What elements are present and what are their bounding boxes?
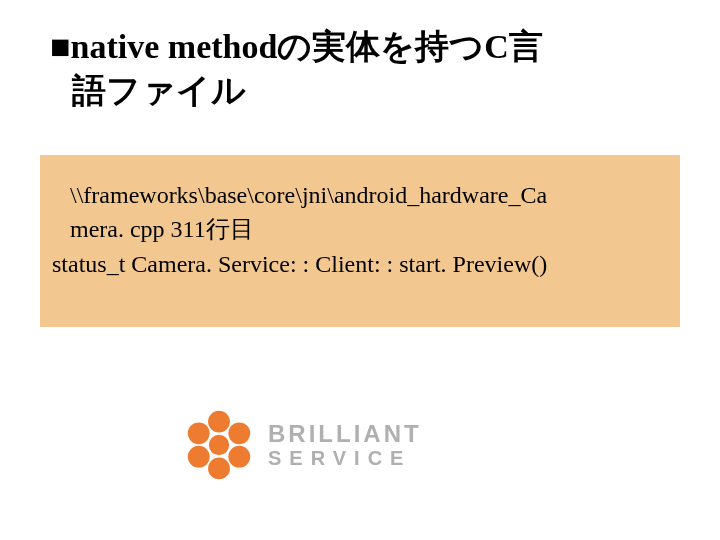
svg-point-2 xyxy=(228,446,250,468)
code-box: \\frameworks\base\core\jni\android_hardw… xyxy=(40,155,680,327)
svg-point-5 xyxy=(188,422,210,444)
svg-point-4 xyxy=(188,446,210,468)
code-path-line-1: \\frameworks\base\core\jni\android_hardw… xyxy=(70,179,668,211)
logo-mark-icon xyxy=(180,406,258,484)
heading-line-1: native methodの実体を持つC言 xyxy=(71,28,543,65)
slide-heading: ■native methodの実体を持つC言 語ファイル xyxy=(50,25,670,113)
svg-point-0 xyxy=(208,411,230,433)
heading-line-2: 語ファイル xyxy=(72,72,246,109)
logo-text-line-1: BRILLIANT xyxy=(268,422,422,446)
logo-text-line-2: SERVICE xyxy=(268,448,422,468)
logo-text: BRILLIANT SERVICE xyxy=(268,422,422,468)
svg-point-6 xyxy=(209,435,229,455)
svg-point-3 xyxy=(208,457,230,479)
slide: ■native methodの実体を持つC言 語ファイル \\framework… xyxy=(0,0,720,540)
code-path-line-2: mera. cpp 311行目 xyxy=(70,213,668,245)
svg-point-1 xyxy=(228,422,250,444)
code-line: status_t Camera. Service: : Client: : st… xyxy=(52,248,668,280)
brilliant-service-logo: BRILLIANT SERVICE xyxy=(180,400,580,490)
bullet-marker: ■ xyxy=(50,28,71,65)
